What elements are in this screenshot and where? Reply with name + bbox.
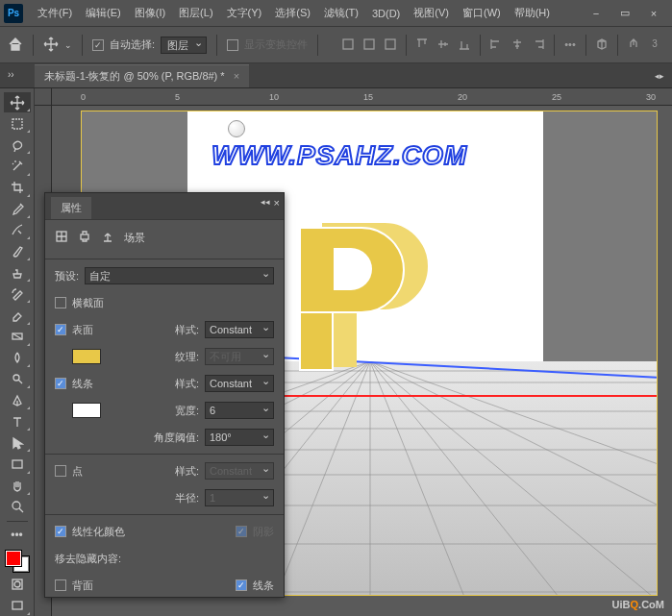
lines-checkbox[interactable]	[55, 378, 66, 389]
lines-hidden-checkbox[interactable]	[236, 579, 247, 591]
preset-dropdown[interactable]: 自定	[85, 267, 274, 284]
show-transform-checkbox[interactable]	[227, 39, 238, 51]
3d-text-front-face[interactable]	[299, 227, 453, 390]
brush-tool[interactable]	[4, 241, 31, 261]
align-vcenter-icon[interactable]	[434, 35, 453, 54]
menu-edit[interactable]: 编辑(E)	[79, 2, 128, 24]
surface-style-dropdown[interactable]: Constant	[205, 321, 274, 338]
lines-style-dropdown[interactable]: Constant	[205, 375, 274, 392]
auto-select-target-dropdown[interactable]: 图层	[161, 37, 207, 54]
align-left-icon[interactable]	[486, 35, 506, 54]
path-selection-tool[interactable]	[4, 432, 31, 453]
window-restore-button[interactable]: ▭	[610, 4, 639, 23]
cross-section-checkbox[interactable]	[55, 297, 66, 308]
color-swatches[interactable]	[4, 549, 31, 574]
panel-close-icon[interactable]: ×	[274, 197, 280, 209]
edit-toolbar-icon[interactable]: •••	[4, 526, 31, 546]
scene-label: 场景	[124, 231, 145, 245]
window-minimize-button[interactable]: −	[582, 4, 610, 23]
dodge-tool[interactable]	[4, 369, 31, 389]
menu-help[interactable]: 帮助(H)	[508, 2, 557, 24]
mesh-icon[interactable]	[55, 230, 68, 245]
ruler-origin[interactable]	[35, 88, 52, 106]
radius-label: 半径:	[153, 491, 199, 505]
menu-filter[interactable]: 滤镜(T)	[317, 2, 365, 24]
quick-mask-icon[interactable]	[4, 575, 31, 595]
surface-checkbox[interactable]	[55, 324, 66, 335]
align-3-icon[interactable]	[381, 35, 400, 54]
width-input[interactable]	[205, 402, 274, 419]
share-icon[interactable]	[624, 35, 643, 54]
menu-select[interactable]: 选择(S)	[268, 2, 317, 24]
lasso-tool[interactable]	[4, 135, 31, 155]
align-bottom-icon[interactable]	[455, 35, 474, 54]
cross-section-label: 横截面	[72, 296, 104, 310]
surface-color-swatch[interactable]	[72, 349, 101, 364]
cursor-indicator-icon	[228, 120, 245, 137]
marquee-tool[interactable]	[4, 113, 31, 134]
chevron-down-icon[interactable]: ⌄	[64, 40, 72, 50]
menu-layer[interactable]: 图层(L)	[172, 2, 219, 24]
screen-mode-icon[interactable]	[4, 596, 31, 616]
menu-view[interactable]: 视图(V)	[407, 2, 456, 24]
share-count: 3	[645, 35, 664, 54]
svg-point-9	[14, 581, 20, 587]
horizontal-ruler[interactable]: 0 5 10 15 20 25 30	[52, 88, 672, 106]
gradient-tool[interactable]	[4, 327, 31, 347]
svg-rect-10	[12, 602, 22, 609]
menu-image[interactable]: 图像(I)	[128, 2, 172, 24]
tab-close-icon[interactable]: ×	[234, 70, 239, 82]
magic-wand-tool[interactable]	[4, 156, 31, 176]
points-checkbox[interactable]	[55, 465, 66, 477]
history-brush-tool[interactable]	[4, 283, 31, 304]
points-style-dropdown: Constant	[205, 462, 274, 480]
document-tab-title: 未标题-1-恢复的 @ 50% (P, RGB/8#) *	[44, 70, 225, 82]
shadow-checkbox	[236, 526, 247, 537]
lines-hidden-label: 线条	[253, 579, 274, 593]
more-options-icon[interactable]: •••	[560, 35, 580, 54]
document-tab-bar: ›› 未标题-1-恢复的 @ 50% (P, RGB/8#) * × ◂▸	[0, 63, 672, 88]
linearize-colors-checkbox[interactable]	[55, 526, 66, 537]
window-close-button[interactable]: ×	[639, 4, 668, 23]
lines-color-swatch[interactable]	[72, 403, 101, 418]
align-right-icon[interactable]	[529, 35, 548, 54]
auto-select-checkbox[interactable]	[92, 39, 104, 51]
backface-label: 背面	[72, 579, 93, 593]
chevron-toggle-icon[interactable]: ◂▸	[651, 67, 668, 85]
lines-style-label: 样式:	[153, 377, 199, 391]
move-tool[interactable]	[4, 92, 31, 112]
blur-tool[interactable]	[4, 348, 31, 368]
document-tab[interactable]: 未标题-1-恢复的 @ 50% (P, RGB/8#) * ×	[35, 64, 249, 87]
menu-window[interactable]: 窗口(W)	[456, 2, 508, 24]
pen-tool[interactable]	[4, 390, 31, 410]
menu-file[interactable]: 文件(F)	[31, 2, 79, 24]
menu-type[interactable]: 文字(Y)	[220, 2, 269, 24]
angle-threshold-input[interactable]	[205, 429, 274, 446]
crop-tool[interactable]	[4, 178, 31, 198]
coordinates-icon[interactable]	[101, 230, 114, 245]
move-tool-icon[interactable]	[43, 37, 59, 54]
type-tool[interactable]	[4, 411, 31, 431]
panel-tab-properties[interactable]: 属性	[51, 197, 91, 219]
3d-mode-icon[interactable]	[592, 35, 611, 54]
zoom-tool[interactable]	[4, 497, 31, 517]
rectangle-tool[interactable]	[4, 454, 31, 474]
clone-stamp-tool[interactable]	[4, 262, 31, 283]
align-hcenter-icon[interactable]	[508, 35, 527, 54]
backface-checkbox[interactable]	[55, 579, 66, 591]
home-icon[interactable]	[8, 37, 23, 54]
align-1-icon[interactable]	[338, 35, 358, 54]
ruler-tick: 30	[646, 92, 656, 102]
collapse-left-icon[interactable]: ››	[8, 69, 14, 80]
eraser-tool[interactable]	[4, 305, 31, 325]
print-icon[interactable]	[78, 230, 91, 245]
panel-collapse-icon[interactable]: ◂◂	[261, 197, 270, 209]
healing-brush-tool[interactable]	[4, 220, 31, 240]
menu-3d[interactable]: 3D(D)	[365, 4, 407, 23]
eyedropper-tool[interactable]	[4, 199, 31, 219]
align-top-icon[interactable]	[412, 35, 432, 54]
foreground-color-swatch[interactable]	[6, 551, 21, 566]
align-2-icon[interactable]	[360, 35, 379, 54]
hand-tool[interactable]	[4, 476, 31, 496]
watermark-text: WWW.PSAHZ.COM	[212, 140, 467, 171]
